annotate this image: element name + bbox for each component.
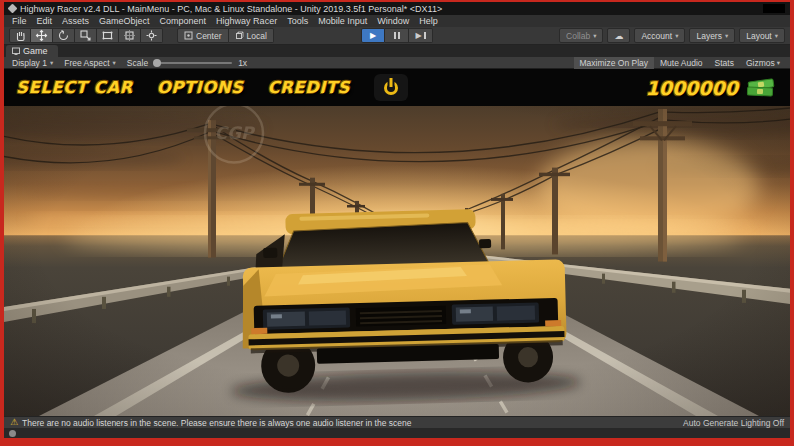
scale-tool-button[interactable] [75,28,97,43]
account-label: Account [641,31,672,41]
status-bar[interactable]: ⚠ There are no audio listeners in the sc… [4,416,790,428]
status-dot-icon [9,430,16,437]
handle-local-icon [235,31,244,40]
power-icon [384,81,398,95]
collab-label: Collab [566,31,590,41]
rotate-tool-icon [57,29,70,42]
gizmos-caret-icon: ▾ [777,59,780,67]
layers-caret-icon: ▾ [725,32,728,40]
scale-tool-icon [79,29,92,42]
stats-button[interactable]: Stats [709,57,740,69]
scale-slider[interactable] [154,62,232,64]
display-caret-icon: ▾ [50,59,53,67]
layers-dropdown[interactable]: Layers ▾ [689,28,735,43]
main-toolbar: Center Local ▶ ▶ Collab ▾ ☁ Account ▾ [4,27,790,45]
collab-caret-icon: ▾ [593,32,596,40]
quit-button[interactable] [374,74,408,101]
unity-logo-icon [8,4,18,14]
pivot-toggle-group: Center Local [177,28,274,43]
scale-slider-knob[interactable] [153,59,161,67]
menu-component[interactable]: Component [155,15,212,27]
layout-caret-icon: ▾ [775,32,778,40]
rect-tool-icon [101,29,114,42]
game-tab-icon [12,47,20,55]
cloud-icon: ☁ [614,31,623,41]
handle-local-button[interactable]: Local [229,28,274,43]
display-dropdown[interactable]: Display 1 ▾ [8,58,57,68]
collab-dropdown[interactable]: Collab ▾ [559,28,603,43]
menu-edit[interactable]: Edit [32,15,58,27]
credits-button[interactable]: CREDITS [267,78,350,97]
display-label: Display 1 [12,58,47,68]
rotate-tool-button[interactable] [53,28,75,43]
aspect-label: Free Aspect [64,58,109,68]
game-view-toolbar: Display 1 ▾ Free Aspect ▾ Scale 1x Maxim… [4,57,790,69]
play-controls: ▶ ▶ [361,28,433,43]
step-icon: ▶ [415,31,421,40]
menu-file[interactable]: File [7,15,32,27]
game-scene: CGP [4,106,790,416]
game-scene-canvas[interactable]: CGP [4,106,790,416]
scale-control: Scale 1x [123,58,251,68]
scale-label: Scale [127,58,148,68]
scale-value: 1x [238,58,247,68]
move-tool-icon [35,29,48,42]
transform-tool-group [9,28,163,43]
menu-mobile-input[interactable]: Mobile Input [313,15,372,27]
select-car-button[interactable]: SELECT CAR [16,78,133,97]
account-caret-icon: ▾ [675,32,678,40]
game-viewport: SELECT CAR OPTIONS CREDITS 1000000 [4,69,790,416]
maximize-on-play-button[interactable]: Maximize On Play [574,57,655,69]
layout-dropdown[interactable]: Layout ▾ [739,28,785,43]
custom-tool-button[interactable] [141,28,163,43]
custom-tool-icon [145,29,158,42]
vignette [4,106,790,416]
tab-game[interactable]: Game [6,45,58,57]
pivot-center-button[interactable]: Center [177,28,229,43]
title-bar: Highway Racer v2.4 DLL - MainMenu - PC, … [4,2,790,15]
game-tab-label: Game [23,46,48,56]
menu-bar: File Edit Assets GameObject Component Hi… [4,15,790,27]
pivot-center-label: Center [196,31,222,41]
bottom-strip [4,428,790,438]
toolbar-right: Collab ▾ ☁ Account ▾ Layers ▾ Layout ▾ [559,28,785,43]
handle-local-label: Local [247,31,267,41]
pivot-center-icon [184,31,193,40]
warning-icon: ⚠ [10,418,18,427]
mute-audio-button[interactable]: Mute Audio [654,57,709,69]
money-icon [746,77,776,99]
menu-window[interactable]: Window [372,15,414,27]
money-counter: 1000000 [645,77,776,99]
pause-icon [394,32,396,39]
menu-help[interactable]: Help [414,15,443,27]
menu-assets[interactable]: Assets [57,15,94,27]
aspect-dropdown[interactable]: Free Aspect ▾ [60,58,120,68]
window-title: Highway Racer v2.4 DLL - MainMenu - PC, … [20,4,442,14]
auto-generate-lighting-toggle[interactable]: Auto Generate Lighting Off [683,418,784,428]
menu-tools[interactable]: Tools [282,15,313,27]
game-menu-bar: SELECT CAR OPTIONS CREDITS 1000000 [4,69,790,106]
pause-button[interactable] [385,28,409,43]
window-controls[interactable] [763,4,785,13]
menu-highway-racer[interactable]: Highway Racer [211,15,282,27]
hand-tool-icon [14,29,27,42]
play-icon: ▶ [370,31,376,40]
layout-label: Layout [746,31,772,41]
hand-tool-button[interactable] [9,28,31,43]
rect-tool-button[interactable] [97,28,119,43]
cloud-button[interactable]: ☁ [607,28,630,43]
move-tool-button[interactable] [31,28,53,43]
menu-gameobject[interactable]: GameObject [94,15,155,27]
step-button[interactable]: ▶ [409,28,433,43]
layers-label: Layers [696,31,722,41]
game-toolbar-right: Maximize On Play Mute Audio Stats Gizmos… [574,57,786,69]
aspect-caret-icon: ▾ [113,59,116,67]
view-tab-bar: Game [4,45,790,57]
gizmos-dropdown[interactable]: Gizmos ▾ [740,57,786,69]
play-button[interactable]: ▶ [361,28,385,43]
transform-tool-icon [123,29,136,42]
account-dropdown[interactable]: Account ▾ [634,28,685,43]
transform-tool-button[interactable] [119,28,141,43]
options-button[interactable]: OPTIONS [157,78,244,97]
money-value: 1000000 [645,77,738,99]
